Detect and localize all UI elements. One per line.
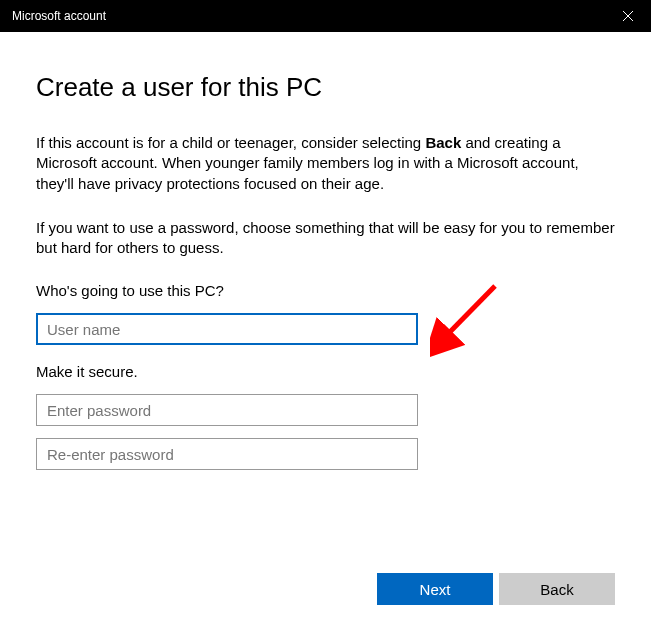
dialog-content: Create a user for this PC If this accoun… (0, 32, 651, 470)
window-title: Microsoft account (12, 9, 106, 23)
username-input[interactable] (36, 313, 418, 345)
intro-paragraph-2: If you want to use a password, choose so… (36, 218, 615, 259)
password-confirm-input[interactable] (36, 438, 418, 470)
password-input[interactable] (36, 394, 418, 426)
next-button[interactable]: Next (377, 573, 493, 605)
back-button[interactable]: Back (499, 573, 615, 605)
intro-text-pre: If this account is for a child or teenag… (36, 134, 425, 151)
window-titlebar: Microsoft account (0, 0, 651, 32)
intro-text-bold: Back (425, 134, 461, 151)
close-icon (623, 11, 633, 21)
page-title: Create a user for this PC (36, 72, 615, 103)
password-section-label: Make it secure. (36, 363, 615, 380)
dialog-footer: Next Back (377, 573, 615, 605)
username-section-label: Who's going to use this PC? (36, 282, 615, 299)
close-button[interactable] (605, 0, 651, 32)
intro-paragraph-1: If this account is for a child or teenag… (36, 133, 615, 194)
